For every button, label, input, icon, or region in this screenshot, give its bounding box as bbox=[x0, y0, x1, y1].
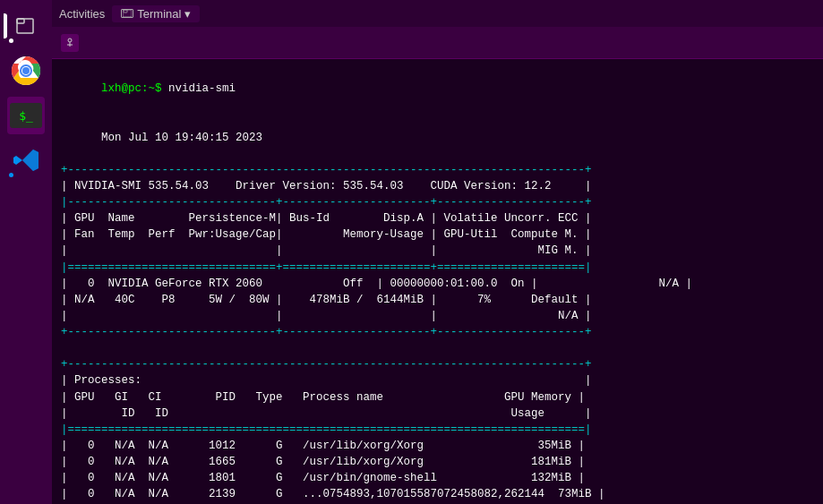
table-gpu-row-3: | | | N/A | bbox=[61, 308, 814, 324]
svg-rect-1 bbox=[17, 19, 24, 23]
sidebar-item-chrome[interactable] bbox=[7, 52, 45, 90]
table-border-1: +---------------------------------------… bbox=[61, 162, 814, 178]
table-col-header-1: | GPU Name Persistence-M| Bus-Id Disp.A … bbox=[61, 210, 814, 226]
activities-button[interactable]: Activities bbox=[59, 7, 105, 21]
table-col-header-2: | Fan Temp Perf Pwr:Usage/Cap| Memory-Us… bbox=[61, 226, 814, 243]
terminal-icon: $_ bbox=[10, 103, 42, 128]
window-chrome bbox=[52, 27, 823, 59]
vscode-dot bbox=[9, 173, 13, 177]
svg-point-8 bbox=[68, 38, 72, 42]
vscode-icon bbox=[12, 146, 40, 175]
terminal-tab-label: Terminal bbox=[137, 7, 181, 21]
proc-row-2: | 0 N/A N/A 1665 G /usr/lib/xorg/Xorg 18… bbox=[61, 454, 814, 470]
table-gpu-row-1: | 0 NVIDIA GeForce RTX 2060 Off | 000000… bbox=[61, 276, 814, 292]
table-gpu-row-2: | N/A 40C P8 5W / 80W | 478MiB / 6144MiB… bbox=[61, 292, 814, 308]
sidebar: $_ bbox=[0, 0, 52, 504]
svg-point-5 bbox=[22, 67, 30, 74]
command-1: nvidia-smi bbox=[168, 82, 236, 95]
window-pin-button[interactable] bbox=[61, 34, 79, 52]
sidebar-item-terminal[interactable]: $_ bbox=[7, 97, 45, 134]
table-border-3: +-------------------------------+-------… bbox=[61, 324, 814, 340]
proc-separator: |=======================================… bbox=[61, 422, 814, 438]
active-dot bbox=[9, 38, 13, 43]
table-spacer bbox=[61, 340, 814, 356]
files-icon bbox=[13, 13, 39, 38]
svg-rect-0 bbox=[17, 19, 33, 33]
proc-row-4: | 0 N/A N/A 2139 G ...0754893,1070155870… bbox=[61, 486, 814, 502]
main-area: Activities Terminal ▾ lxh@pc:~$ nvidia-s… bbox=[52, 0, 823, 504]
proc-row-3: | 0 N/A N/A 1801 G /usr/bin/gnome-shell … bbox=[61, 470, 814, 486]
terminal-tab-icon bbox=[121, 9, 133, 18]
terminal-chevron: ▾ bbox=[184, 7, 191, 21]
sidebar-item-vscode[interactable] bbox=[7, 141, 45, 179]
table-separator-1: |===============================+=======… bbox=[61, 260, 814, 276]
table-border-2: |-------------------------------+-------… bbox=[61, 194, 814, 210]
terminal-content: lxh@pc:~$ nvidia-smi Mon Jul 10 19:40:15… bbox=[52, 59, 823, 504]
proc-col-1: | GPU GI CI PID Type Process name GPU Me… bbox=[61, 389, 814, 406]
proc-col-2: | ID ID Usage | bbox=[61, 406, 814, 422]
proc-row-1: | 0 N/A N/A 1012 G /usr/lib/xorg/Xorg 35… bbox=[61, 438, 814, 454]
proc-header: | Processes: | bbox=[61, 372, 814, 389]
top-bar: Activities Terminal ▾ bbox=[52, 0, 823, 27]
terminal-tab[interactable]: Terminal ▾ bbox=[112, 5, 200, 22]
table-col-header-3: | | | MIG M. | bbox=[61, 243, 814, 259]
command-line-1: lxh@pc:~$ nvidia-smi bbox=[61, 64, 814, 113]
svg-rect-7 bbox=[124, 10, 127, 13]
sidebar-item-files[interactable] bbox=[7, 7, 45, 45]
chrome-icon bbox=[10, 55, 42, 87]
prompt-1: lxh@pc:~$ bbox=[101, 82, 168, 95]
table-smi-header: | NVIDIA-SMI 535.54.03 Driver Version: 5… bbox=[61, 178, 814, 194]
date-line: Mon Jul 10 19:40:15 2023 bbox=[61, 113, 814, 161]
proc-border-1: +---------------------------------------… bbox=[61, 356, 814, 372]
